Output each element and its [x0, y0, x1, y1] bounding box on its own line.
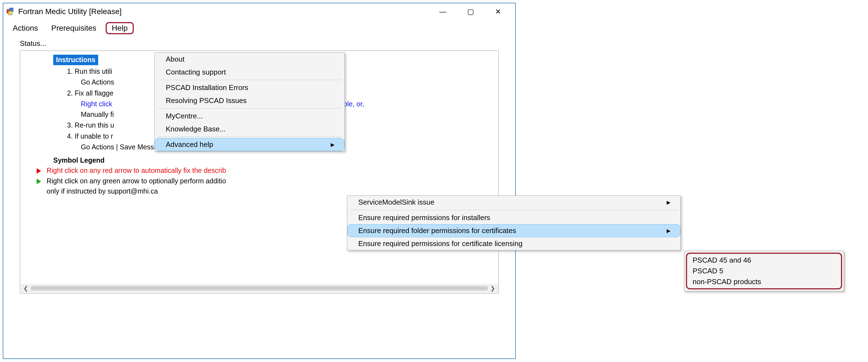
advanced-help-dropdown: ServiceModelSink issue ▶ Ensure required… [347, 195, 681, 250]
help-mycentre[interactable]: MyCentre... [155, 110, 344, 122]
horizontal-scrollbar[interactable]: ❮ ❯ [21, 284, 498, 293]
submenu-arrow-icon: ▶ [331, 142, 335, 148]
menu-help[interactable]: Help [106, 22, 134, 34]
help-advanced-label: Advanced help [166, 140, 213, 149]
close-button[interactable]: ✕ [493, 7, 504, 16]
legend-heading: Symbol Legend [53, 155, 496, 166]
red-arrow-icon [37, 168, 41, 174]
adv-perm-cert-licensing[interactable]: Ensure required permissions for certific… [347, 237, 680, 250]
menu-actions[interactable]: Actions [9, 22, 42, 34]
help-kb[interactable]: Knowledge Base... [155, 122, 344, 136]
menu-separator [350, 210, 678, 210]
svg-rect-2 [8, 11, 12, 15]
help-contact[interactable]: Contacting support [155, 66, 344, 79]
titlebar: Fortran Medic Utility [Release] — ▢ ✕ [3, 3, 515, 20]
scroll-left-icon[interactable]: ❮ [24, 285, 28, 291]
help-advanced[interactable]: Advanced help ▶ [155, 138, 344, 151]
legend-green-text2: only if instructed by support@mhi.ca [46, 187, 158, 195]
submenu-arrow-icon: ▶ [666, 199, 671, 205]
instructions-heading: Instructions [53, 55, 98, 65]
certs-dropdown: PSCAD 45 and 46 PSCAD 5 non-PSCAD produc… [684, 251, 844, 291]
scroll-right-icon[interactable]: ❯ [490, 285, 495, 291]
legend-green-text-wrap: Right click on any green arrow to option… [46, 176, 226, 197]
help-pscad-resolve[interactable]: Resolving PSCAD Issues [155, 94, 344, 107]
maximize-button[interactable]: ▢ [465, 7, 476, 16]
certs-highlight: PSCAD 45 and 46 PSCAD 5 non-PSCAD produc… [686, 253, 842, 289]
certs-pscad5[interactable]: PSCAD 5 [690, 266, 838, 276]
legend-red-text: Right click on any red arrow to automati… [46, 165, 226, 176]
status-label: Status... [3, 34, 515, 50]
help-dropdown: About Contacting support PSCAD Installat… [154, 53, 345, 151]
adv-perm-installers[interactable]: Ensure required permissions for installe… [347, 211, 680, 224]
certs-pscad4546[interactable]: PSCAD 45 and 46 [690, 255, 838, 266]
menubar: Actions Prerequisites Help [3, 20, 515, 34]
menu-separator [157, 137, 342, 137]
window-controls: — ▢ ✕ [437, 7, 512, 16]
legend-red-row: Right click on any red arrow to automati… [53, 165, 496, 176]
legend-green-row: Right click on any green arrow to option… [53, 176, 496, 197]
help-pscad-install[interactable]: PSCAD Installation Errors [155, 81, 344, 94]
adv-servicemodel[interactable]: ServiceModelSink issue ▶ [347, 196, 680, 209]
help-about[interactable]: About [155, 53, 344, 66]
instruction-2-blue: Right click [81, 100, 112, 108]
scrollbar-track[interactable] [31, 286, 488, 290]
certs-nonpscad[interactable]: non-PSCAD products [690, 276, 838, 287]
menu-separator [157, 108, 342, 109]
app-icon [7, 8, 14, 16]
window-title: Fortran Medic Utility [Release] [18, 7, 437, 16]
submenu-arrow-icon: ▶ [666, 228, 671, 234]
adv-perm-folder-certs[interactable]: Ensure required folder permissions for c… [347, 224, 680, 237]
minimize-button[interactable]: — [437, 7, 448, 16]
menu-prerequisites[interactable]: Prerequisites [48, 22, 100, 34]
legend-green-text: Right click on any green arrow to option… [46, 177, 226, 185]
green-arrow-icon [37, 179, 41, 184]
